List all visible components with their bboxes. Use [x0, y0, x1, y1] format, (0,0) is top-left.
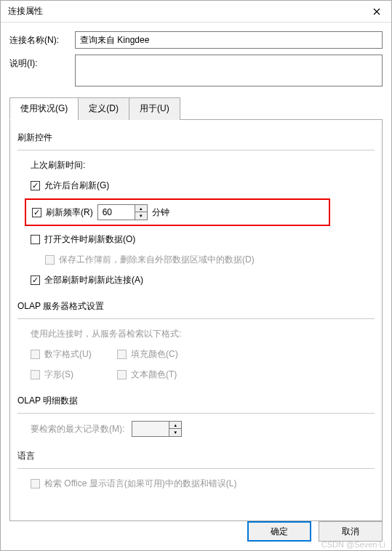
divider [17, 150, 375, 150]
cancel-button[interactable]: 取消 [319, 521, 383, 542]
description-label: 说明(I): [9, 55, 75, 70]
font-style-checkbox [31, 370, 40, 379]
language-section-title: 语言 [17, 450, 375, 462]
tab-definition[interactable]: 定义(D) [78, 97, 129, 120]
max-records-spinner: ▲ ▼ [132, 421, 182, 437]
refresh-rate-highlight: 刷新频率(R) ▲ ▼ 分钟 [25, 198, 330, 226]
description-input[interactable] [75, 55, 383, 87]
olap-format-section-title: OLAP 服务器格式设置 [17, 300, 375, 313]
font-style-label: 字形(S) [44, 369, 117, 381]
ok-button[interactable]: 确定 [247, 521, 311, 542]
divider [17, 468, 375, 469]
refresh-section-title: 刷新控件 [17, 132, 375, 144]
refresh-rate-unit: 分钟 [152, 206, 169, 219]
refresh-rate-up[interactable]: ▲ [135, 205, 147, 212]
refresh-on-open-checkbox[interactable] [31, 235, 40, 244]
refresh-all-label: 全部刷新时刷新此连接(A) [44, 274, 143, 286]
max-records-input [132, 422, 169, 436]
delete-external-data-label: 保存工作簿前，删除来自外部数据区域中的数据(D) [59, 254, 255, 266]
dialog-title: 连接属性 [8, 5, 43, 17]
titlebar: 连接属性 [1, 1, 391, 23]
connection-properties-dialog: 连接属性 连接名称(N): 说明(I): 使用状况(G) 定义(D) 用于(U)… [0, 0, 392, 551]
delete-external-data-checkbox [45, 255, 55, 265]
tabs: 使用状况(G) 定义(D) 用于(U) [9, 97, 383, 120]
refresh-rate-label: 刷新频率(R) [46, 206, 93, 219]
number-format-label: 数字格式(U) [44, 348, 117, 361]
refresh-rate-down[interactable]: ▼ [135, 212, 147, 220]
max-records-down: ▼ [169, 429, 181, 436]
fill-color-label: 填充颜色(C) [131, 348, 178, 361]
refresh-on-open-label: 打开文件时刷新数据(O) [44, 233, 135, 246]
refresh-all-checkbox[interactable] [31, 276, 40, 285]
tab-content-usage: 刷新控件 上次刷新时间: 允许后台刷新(G) 刷新频率(R) ▲ [9, 120, 383, 521]
divider [17, 318, 375, 319]
refresh-rate-spinner: ▲ ▼ [97, 204, 148, 220]
text-color-checkbox [117, 370, 127, 379]
refresh-rate-input[interactable] [98, 205, 135, 220]
text-color-label: 文本颜色(T) [131, 369, 177, 381]
max-records-up: ▲ [169, 422, 181, 429]
search-office-lang-checkbox [31, 479, 40, 488]
max-records-label: 要检索的最大记录数(M): [31, 423, 124, 435]
fill-color-checkbox [117, 350, 127, 359]
close-icon [373, 8, 380, 15]
refresh-rate-checkbox[interactable] [32, 208, 41, 217]
connection-name-label: 连接名称(N): [9, 31, 75, 47]
dialog-body: 连接名称(N): 说明(I): 使用状况(G) 定义(D) 用于(U) 刷新控件… [1, 23, 391, 530]
tab-usage[interactable]: 使用状况(G) [9, 97, 79, 120]
allow-background-refresh-label: 允许后台刷新(G) [44, 180, 109, 192]
search-office-lang-label: 检索 Office 显示语言(如果可用)中的数据和错误(L) [44, 478, 236, 490]
connection-name-input[interactable] [75, 31, 383, 49]
dialog-footer: 确定 取消 [247, 521, 383, 542]
allow-background-refresh-checkbox[interactable] [31, 181, 40, 190]
olap-format-hint: 使用此连接时，从服务器检索以下格式: [31, 328, 181, 340]
last-refresh-label: 上次刷新时间: [31, 159, 85, 172]
tab-used-in[interactable]: 用于(U) [129, 97, 180, 120]
olap-detail-section-title: OLAP 明细数据 [17, 395, 375, 407]
number-format-checkbox [31, 350, 40, 359]
close-button[interactable] [362, 1, 391, 23]
divider [17, 413, 375, 414]
